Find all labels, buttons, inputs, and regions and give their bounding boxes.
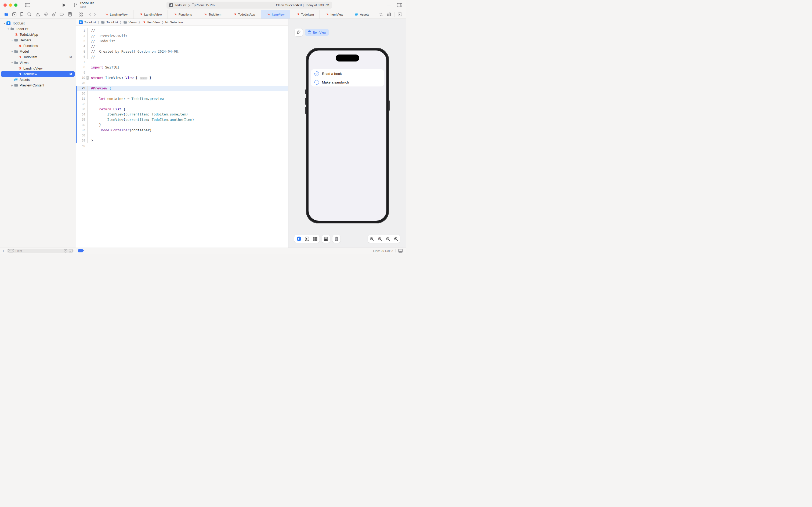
scheme-bar[interactable]: A TodoList ❯ iPhone 15 Pro Clean Succeed… [167, 2, 332, 9]
line-number[interactable]: 4 [77, 45, 86, 48]
line-number[interactable]: 28 [77, 81, 86, 84]
code-line-10[interactable]: 10›struct ItemView: View { ••• } [76, 75, 288, 80]
preview-target-chip[interactable]: ItemView [305, 29, 329, 36]
folded-code-chip[interactable]: ••• [139, 77, 148, 79]
check-diamond-navigator-icon[interactable] [44, 12, 48, 17]
line-number[interactable]: 38 [77, 134, 86, 137]
run-button[interactable] [62, 3, 66, 7]
forward-icon[interactable] [94, 13, 96, 16]
line-number[interactable]: 33 [77, 107, 86, 111]
sidebar-item-todoitem[interactable]: TodoItemM [1, 54, 75, 60]
line-number[interactable]: 31 [77, 97, 86, 100]
line-number[interactable]: 37 [77, 128, 86, 131]
zoom-window-button[interactable] [14, 3, 17, 7]
code-line-29[interactable]: 29#Preview { [76, 86, 288, 91]
folder-navigator-icon[interactable] [4, 12, 9, 16]
disclosure-down-icon[interactable]: ▼ [10, 51, 14, 52]
tab-functions[interactable]: Functions [168, 10, 198, 18]
filter-menu-icon[interactable] [8, 249, 14, 252]
code-line-31[interactable]: 31 let container = TodoItem.preview [76, 96, 288, 102]
todo-item-row[interactable]: Make a sandwich [311, 78, 384, 87]
zoom-in-icon[interactable] [392, 235, 400, 243]
tab-landingview[interactable]: LandingView [99, 10, 133, 18]
code-line-32[interactable]: 32 [76, 101, 288, 107]
tab-assets[interactable]: Assets [349, 10, 375, 18]
recent-files-icon[interactable] [64, 249, 67, 253]
code-line-39[interactable]: 39} [76, 138, 288, 144]
filter-field[interactable]: Filter [7, 249, 73, 253]
editor-mode-icon[interactable] [398, 249, 403, 253]
code-line-8[interactable]: 8import SwiftUI [76, 65, 288, 70]
line-number[interactable]: 39 [77, 139, 86, 142]
breakpoints-indicator[interactable] [78, 249, 84, 252]
tab-todolistapp[interactable]: TodoListApp [227, 10, 261, 18]
source-control-filter-icon[interactable] [69, 249, 72, 252]
add-tab-icon[interactable] [387, 3, 391, 7]
line-number[interactable]: 40 [77, 144, 86, 148]
source-code[interactable]: 1//2// ItemView.swift3// TodoList4//5// … [76, 26, 288, 247]
report-navigator-icon[interactable] [68, 12, 72, 17]
disclosure-down-icon[interactable]: ▼ [6, 28, 10, 30]
bookmark-navigator-icon[interactable] [20, 12, 23, 17]
minimap-icon[interactable] [387, 12, 391, 16]
line-number[interactable]: 9 [77, 71, 86, 74]
line-number[interactable]: 30 [77, 92, 86, 95]
tab-todoitem[interactable]: TodoItem [290, 10, 320, 18]
add-editor-icon[interactable] [398, 12, 402, 16]
tab-todoitem[interactable]: TodoItem [198, 10, 227, 18]
unchecked-circle-icon[interactable] [314, 80, 319, 84]
code-line-33[interactable]: 33 return List { [76, 107, 288, 112]
preview-device-button[interactable] [333, 235, 341, 243]
line-number[interactable]: 2 [77, 34, 86, 37]
breadcrumb-itemview[interactable]: ItemView [142, 20, 160, 24]
breadcrumb-todolist[interactable]: TodoList [101, 20, 118, 24]
line-number[interactable]: 32 [77, 102, 86, 106]
line-number[interactable]: 8 [77, 65, 86, 69]
tab-itemview[interactable]: ItemView [320, 10, 349, 18]
disclosure-down-icon[interactable]: ▼ [10, 62, 14, 64]
line-number[interactable]: 35 [77, 118, 86, 121]
sidebar-item-assets[interactable]: Assets [1, 77, 75, 82]
device-settings-button[interactable] [322, 235, 330, 243]
close-window-button[interactable] [3, 3, 7, 7]
code-line-2[interactable]: 2// ItemView.swift [76, 33, 288, 39]
variants-button[interactable] [311, 235, 319, 243]
sidebar-item-todolist[interactable]: ▼TodoList [1, 26, 75, 32]
disclosure-down-icon[interactable]: ▼ [3, 22, 6, 24]
zoom-fit-icon[interactable] [384, 235, 392, 243]
code-line-37[interactable]: 37 .modelContainer(container) [76, 127, 288, 133]
zoom-100-icon[interactable]: 1 [376, 235, 384, 243]
tab-itemview[interactable]: ItemView [261, 10, 290, 18]
zoom-out-icon[interactable] [368, 235, 376, 243]
sidebar-item-model[interactable]: ▼Model [1, 49, 75, 54]
fold-marker[interactable]: › [86, 75, 89, 80]
line-number[interactable]: 6 [77, 55, 86, 58]
back-icon[interactable] [89, 13, 91, 16]
code-line-3[interactable]: 3// TodoList [76, 39, 288, 44]
related-items-icon[interactable] [79, 12, 83, 17]
code-line-34[interactable]: 34 ItemView(currentItem: TodoItem.someIt… [76, 112, 288, 117]
build-status[interactable]: Clean Succeeded | Today at 8:33 PM [276, 3, 329, 7]
sidebar-item-preview-content[interactable]: ▶Preview Content [1, 82, 75, 88]
code-line-36[interactable]: 36 } [76, 122, 288, 127]
line-number[interactable]: 7 [77, 60, 86, 64]
code-line-38[interactable]: 38 [76, 133, 288, 138]
tab-landingview[interactable]: LandingView [133, 10, 168, 18]
breadcrumb-views[interactable]: Views [123, 20, 137, 24]
sidebar-item-todolist[interactable]: ▼ATodoList [1, 20, 75, 26]
tag-navigator-icon[interactable] [60, 12, 64, 16]
code-line-35[interactable]: 35 ItemView(currentItem: TodoItem.anothe… [76, 117, 288, 122]
sidebar-item-helpers[interactable]: ▼Helpers [1, 37, 75, 43]
toggle-navigator-icon[interactable] [25, 3, 31, 7]
code-line-5[interactable]: 5// Created by Russell Gordon on 2024-04… [76, 49, 288, 54]
pin-preview-button[interactable] [295, 29, 303, 36]
search-navigator-icon[interactable] [27, 12, 32, 17]
sidebar-item-itemview[interactable]: ItemViewM [1, 71, 75, 77]
disclosure-right-icon[interactable]: ▶ [11, 84, 13, 87]
swap-editor-icon[interactable] [379, 13, 383, 16]
line-number[interactable]: 3 [77, 40, 86, 43]
code-line-4[interactable]: 4// [76, 44, 288, 49]
code-line-30[interactable]: 30 [76, 91, 288, 96]
todo-item-row[interactable]: Read a book [311, 69, 384, 78]
line-number[interactable]: 34 [77, 113, 86, 116]
